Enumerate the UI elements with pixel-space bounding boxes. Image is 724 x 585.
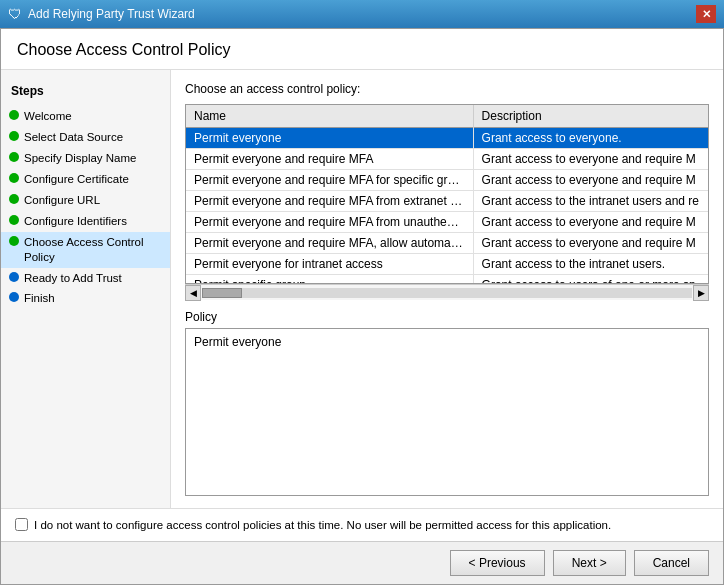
table-cell-description: Grant access to the intranet users.: [473, 254, 708, 275]
table-cell-name: Permit everyone and require MFA from una…: [186, 212, 473, 233]
table-row[interactable]: Permit everyone and require MFA for spec…: [186, 170, 708, 191]
table-cell-description: Grant access to everyone and require M: [473, 149, 708, 170]
page-title-area: Choose Access Control Policy: [1, 29, 723, 70]
policy-table-container[interactable]: Name Description Permit everyoneGrant ac…: [185, 104, 709, 284]
table-cell-description: Grant access to everyone.: [473, 128, 708, 149]
sidebar-item-configure-url[interactable]: Configure URL: [1, 190, 170, 211]
table-cell-name: Permit everyone and require MFA, allow a…: [186, 233, 473, 254]
wizard-icon: 🛡: [8, 6, 22, 22]
horizontal-scrollbar[interactable]: ◀ ▶: [185, 284, 709, 300]
main-content: Choose an access control policy: Name De…: [171, 70, 723, 508]
scrollbar-track[interactable]: [202, 288, 692, 298]
dot-finish: [9, 292, 19, 302]
sidebar-item-ready-to-add-trust[interactable]: Ready to Add Trust: [1, 268, 170, 289]
table-row[interactable]: Permit everyone and require MFA from ext…: [186, 191, 708, 212]
sidebar-section-title: Steps: [1, 80, 170, 106]
sidebar: Steps Welcome Select Data Source Specify…: [1, 70, 171, 508]
dot-specify-display-name: [9, 152, 19, 162]
table-cell-description: Grant access to users of one or more sp: [473, 275, 708, 285]
dot-ready-to-add-trust: [9, 272, 19, 282]
table-row[interactable]: Permit everyone and require MFA, allow a…: [186, 233, 708, 254]
footer: < Previous Next > Cancel: [1, 541, 723, 584]
scroll-left-arrow[interactable]: ◀: [185, 285, 201, 301]
cancel-button[interactable]: Cancel: [634, 550, 709, 576]
sidebar-label-finish: Finish: [24, 291, 55, 306]
policy-section: Policy Permit everyone: [185, 310, 709, 496]
sidebar-item-finish[interactable]: Finish: [1, 288, 170, 309]
sidebar-label-welcome: Welcome: [24, 109, 72, 124]
sidebar-item-specify-display-name[interactable]: Specify Display Name: [1, 148, 170, 169]
table-cell-description: Grant access to everyone and require M: [473, 212, 708, 233]
title-bar: 🛡 Add Relying Party Trust Wizard ✕: [0, 0, 724, 28]
close-button[interactable]: ✕: [696, 5, 716, 23]
title-bar-left: 🛡 Add Relying Party Trust Wizard: [8, 6, 195, 22]
table-row[interactable]: Permit specific groupGrant access to use…: [186, 275, 708, 285]
scroll-right-arrow[interactable]: ▶: [693, 285, 709, 301]
no-policy-checkbox[interactable]: [15, 518, 28, 531]
table-row[interactable]: Permit everyone for intranet accessGrant…: [186, 254, 708, 275]
sidebar-label-configure-url: Configure URL: [24, 193, 100, 208]
dot-choose-access-control-policy: [9, 236, 19, 246]
table-cell-name: Permit everyone for intranet access: [186, 254, 473, 275]
dot-configure-certificate: [9, 173, 19, 183]
next-button[interactable]: Next >: [553, 550, 626, 576]
table-cell-description: Grant access to the intranet users and r…: [473, 191, 708, 212]
policy-label: Policy: [185, 310, 709, 324]
scrollbar-thumb[interactable]: [202, 288, 242, 298]
table-row[interactable]: Permit everyoneGrant access to everyone.: [186, 128, 708, 149]
sidebar-item-configure-certificate[interactable]: Configure Certificate: [1, 169, 170, 190]
sidebar-label-select-data-source: Select Data Source: [24, 130, 123, 145]
table-cell-name: Permit everyone: [186, 128, 473, 149]
sidebar-label-specify-display-name: Specify Display Name: [24, 151, 136, 166]
content-area: Steps Welcome Select Data Source Specify…: [1, 70, 723, 508]
dot-select-data-source: [9, 131, 19, 141]
section-instruction: Choose an access control policy:: [185, 82, 709, 96]
policy-box: Permit everyone: [185, 328, 709, 496]
table-cell-name: Permit everyone and require MFA for spec…: [186, 170, 473, 191]
dot-welcome: [9, 110, 19, 120]
table-row[interactable]: Permit everyone and require MFAGrant acc…: [186, 149, 708, 170]
table-header-row: Name Description: [186, 105, 708, 128]
table-cell-name: Permit everyone and require MFA: [186, 149, 473, 170]
sidebar-label-configure-certificate: Configure Certificate: [24, 172, 129, 187]
page-title: Choose Access Control Policy: [17, 41, 707, 59]
dot-configure-identifiers: [9, 215, 19, 225]
dot-configure-url: [9, 194, 19, 204]
checkbox-row: I do not want to configure access contro…: [1, 508, 723, 541]
col-header-name: Name: [186, 105, 473, 128]
checkbox-label[interactable]: I do not want to configure access contro…: [34, 517, 611, 533]
policy-table: Name Description Permit everyoneGrant ac…: [186, 105, 708, 284]
table-cell-name: Permit everyone and require MFA from ext…: [186, 191, 473, 212]
title-bar-title: Add Relying Party Trust Wizard: [28, 7, 195, 21]
col-header-description: Description: [473, 105, 708, 128]
sidebar-item-configure-identifiers[interactable]: Configure Identifiers: [1, 211, 170, 232]
table-cell-description: Grant access to everyone and require M: [473, 170, 708, 191]
table-cell-description: Grant access to everyone and require M: [473, 233, 708, 254]
sidebar-label-ready-to-add-trust: Ready to Add Trust: [24, 271, 122, 286]
sidebar-label-choose-access-control-policy: Choose Access Control Policy: [24, 235, 160, 265]
sidebar-item-welcome[interactable]: Welcome: [1, 106, 170, 127]
sidebar-item-choose-access-control-policy[interactable]: Choose Access Control Policy: [1, 232, 170, 268]
dialog-body: Choose Access Control Policy Steps Welco…: [0, 28, 724, 585]
previous-button[interactable]: < Previous: [450, 550, 545, 576]
sidebar-label-configure-identifiers: Configure Identifiers: [24, 214, 127, 229]
sidebar-item-select-data-source[interactable]: Select Data Source: [1, 127, 170, 148]
table-cell-name: Permit specific group: [186, 275, 473, 285]
table-row[interactable]: Permit everyone and require MFA from una…: [186, 212, 708, 233]
